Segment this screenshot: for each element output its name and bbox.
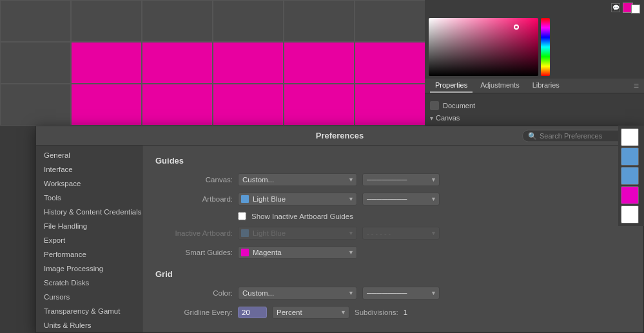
gridline-label: Gridline Every: [155,309,233,316]
canvas-cell-magenta [355,42,425,84]
sidebar-item-file-handling[interactable]: File Handling [36,219,142,233]
properties-tabs: Properties Adjustments Libraries ≡ [425,79,644,93]
inactive-line-wrapper: - - - - - - ▼ [362,227,440,240]
search-icon: 🔍 [528,131,537,140]
sidebar-item-tools[interactable]: Tools [36,191,142,205]
gridline-unit-select[interactable]: Percent [272,306,349,319]
artboard-select[interactable]: Light Blue [238,193,357,205]
gridline-row: Gridline Every: Percent ▼ Subdivisions: … [155,306,630,319]
color-gradient[interactable] [429,18,538,76]
tab-adjustments[interactable]: Adjustments [475,79,525,93]
canvas-cell-magenta [71,84,142,126]
gridline-unit-wrapper: Percent ▼ [272,306,349,319]
background-swatch[interactable] [631,5,640,14]
artboard-color-indicator [241,195,249,203]
sidebar-item-performance[interactable]: Performance [36,247,142,262]
gridline-input[interactable] [238,307,267,318]
smart-guides-label: Smart Guides: [155,249,233,256]
inactive-select-wrapper: Light Blue ▼ [238,227,357,240]
inactive-artboard-row: Inactive Artboard: Light Blue ▼ - - - - … [155,227,630,240]
right-panel: 💬 Properties Adjustments Libraries ≡ Doc… [425,0,644,126]
more-icon[interactable]: ≡ [634,81,639,91]
right-swatch-blue-2[interactable] [621,167,639,185]
guides-section: Guides Canvas: Custom... ▼ ──────── [155,156,630,259]
subdivisions-value: 1 [404,309,407,316]
canvas-label: Canvas: [155,176,233,184]
document-label: Document [443,102,475,109]
preferences-body: General Interface Workspace Tools Histor… [36,146,643,332]
preferences-title: Preferences [316,131,364,140]
preferences-titlebar: Preferences 🔍 [36,126,643,146]
subdivisions-label: Subdivisions: [355,309,398,316]
right-swatch-magenta[interactable] [621,186,639,204]
canvas-row: ▾ Canvas [430,113,639,123]
document-item: Document [430,99,639,113]
canvas-area [0,0,425,126]
canvas-cell-magenta [142,84,213,126]
show-inactive-row: Show Inactive Artboard Guides [238,212,630,220]
canvas-cell [355,0,425,42]
grid-color-label: Color: [155,289,233,297]
preferences-main: Guides Canvas: Custom... ▼ ──────── [142,146,643,332]
grid-color-row: Color: Custom... ▼ ──────── ▼ [155,287,630,300]
right-swatch-blue-1[interactable] [621,147,639,166]
guides-title: Guides [155,156,630,166]
canvas-select[interactable]: Custom... [238,173,357,186]
tab-libraries[interactable]: Libraries [527,79,565,93]
canvas-cell-magenta [284,84,355,126]
show-inactive-label: Show Inactive Artboard Guides [251,213,353,220]
artboard-row: Artboard: Light Blue ▼ ──────── ▼ [155,193,630,205]
smart-guides-select-wrapper: Magenta ▼ [238,246,357,259]
sidebar-item-units[interactable]: Units & Rulers [36,318,142,332]
document-icon [430,101,439,110]
sidebar-item-general[interactable]: General [36,148,142,162]
canvas-cell [0,0,71,42]
canvas-cell [284,0,355,42]
sidebar-item-history[interactable]: History & Content Credentials [36,205,142,219]
sidebar-item-scratch-disks[interactable]: Scratch Disks [36,276,142,290]
preferences-sidebar: General Interface Workspace Tools Histor… [36,146,142,332]
collapse-icon[interactable]: ▾ [430,115,433,122]
sidebar-item-workspace[interactable]: Workspace [36,176,142,191]
canvas-cell-magenta [71,42,142,84]
smart-guides-row: Smart Guides: Magenta ▼ [155,246,630,259]
canvas-row: Canvas: Custom... ▼ ──────── ▼ [155,173,630,186]
sidebar-item-export[interactable]: Export [36,233,142,247]
subdivisions-row: Subdivisions: 1 [355,309,407,316]
sidebar-item-cursors[interactable]: Cursors [36,290,142,304]
canvas-cell [71,0,142,42]
smart-guides-select[interactable]: Magenta [238,246,357,259]
canvas-cell [0,84,71,126]
canvas-cell-magenta [213,42,284,84]
properties-content: Document ▾ Canvas [425,93,644,128]
canvas-cell [213,0,284,42]
color-spectrum[interactable] [541,18,550,76]
inactive-label: Inactive Artboard: [155,229,233,237]
canvas-cell-magenta [213,84,284,126]
sidebar-item-transparency[interactable]: Transparency & Gamut [36,304,142,318]
color-swatch-group [623,2,640,14]
color-picker [425,15,644,79]
right-swatch-white[interactable] [621,128,639,146]
right-swatch-white-2[interactable] [621,205,639,224]
right-swatches-panel [618,126,644,226]
inactive-line-select[interactable]: - - - - - - [362,227,440,240]
tab-properties[interactable]: Properties [430,79,473,93]
color-cursor [514,24,519,30]
show-inactive-checkbox[interactable] [238,212,246,220]
grid-color-select[interactable]: Custom... [238,287,357,300]
grid-section: Grid Color: Custom... ▼ ──────── ▼ [155,269,630,319]
grid-line-select[interactable]: ──────── [362,287,440,300]
canvas-cell-magenta [355,84,425,126]
sidebar-item-interface[interactable]: Interface [36,162,142,176]
inactive-select[interactable]: Light Blue [238,227,357,240]
canvas-cell [0,42,71,84]
artboard-line-select[interactable]: ──────── [362,193,440,205]
canvas-line-wrapper: ──────── ▼ [362,173,440,186]
canvas-section-label: Canvas [436,114,460,122]
preferences-dialog: Preferences 🔍 General Interface Workspac… [35,126,644,333]
comment-icon[interactable]: 💬 [611,3,620,12]
sidebar-item-image-processing[interactable]: Image Processing [36,262,142,276]
canvas-line-select[interactable]: ──────── [362,173,440,186]
canvas-cell [142,0,213,42]
